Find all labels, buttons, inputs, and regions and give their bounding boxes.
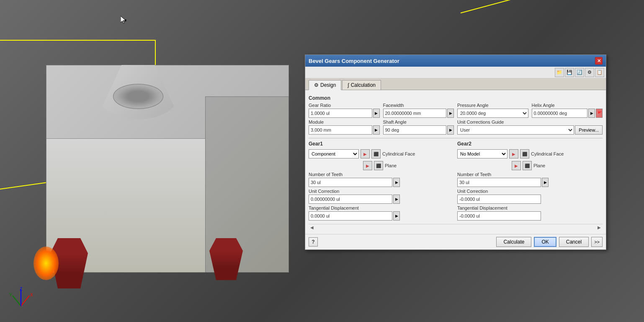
dialog-title: Bevel Gears Component Generator xyxy=(309,58,399,64)
toolbar-folder-btn[interactable]: 📁 xyxy=(555,68,564,77)
dialog-close-button[interactable]: ✕ xyxy=(595,57,603,65)
scroll-right[interactable]: ▶ xyxy=(598,225,601,230)
gear1-unit-correction-label: Unit Correction xyxy=(309,189,454,194)
helix-angle-input[interactable] xyxy=(532,109,588,118)
facewidth-label: Facewidth xyxy=(383,103,454,108)
gear-ratio-row: ▶ xyxy=(309,109,380,118)
gear1-header: Gear1 xyxy=(309,141,454,147)
gear2-teeth-row: ▶ xyxy=(457,178,603,187)
helix-angle-expand[interactable]: ▶ xyxy=(588,109,595,118)
gear1-tangential-expand[interactable]: ▶ xyxy=(393,211,400,221)
gear1-unit-correction-group: Unit Correction ▶ xyxy=(309,189,454,204)
gear1-tangential-label: Tangential Displacement xyxy=(309,205,454,210)
gear2-plane-btn-2[interactable]: ⬛ xyxy=(523,161,532,170)
unit-correction-guide-select[interactable]: User xyxy=(457,125,574,135)
cancel-button[interactable]: Cancel xyxy=(559,237,589,247)
toolbar-extra-btn[interactable]: 📋 xyxy=(595,68,604,77)
gear2-tangential-label: Tangential Displacement xyxy=(457,205,603,210)
gear1-tangential-group: Tangential Displacement ▶ xyxy=(309,205,454,221)
pressure-angle-row: 20.0000 deg xyxy=(457,109,528,118)
tab-design[interactable]: ⚙ Design xyxy=(309,80,341,90)
gear2-face-btn-1[interactable]: ▶ xyxy=(509,149,518,158)
gear1-teeth-input[interactable] xyxy=(309,178,392,187)
gear-ratio-group: Gear Ratio ▶ xyxy=(309,103,380,118)
gear2-tangential-group: Tangential Displacement xyxy=(457,205,603,221)
gear2-teeth-expand[interactable]: ▶ xyxy=(542,178,549,187)
separator-1 xyxy=(309,138,603,138)
facewidth-expand[interactable]: ▶ xyxy=(447,109,454,118)
unit-correction-guide-label: Unit Corrections Guide xyxy=(457,119,603,125)
toolbar-save-btn[interactable]: 💾 xyxy=(565,68,574,77)
gear2-unit-correction-row xyxy=(457,195,603,204)
fire-effect-1 xyxy=(33,247,59,280)
gear2-teeth-label: Number of Teeth xyxy=(457,172,603,177)
construction-line-diag1 xyxy=(461,0,582,13)
gear1-plane-btn-1[interactable]: ▶ xyxy=(363,161,372,170)
gear1-teeth-group: Number of Teeth ▶ xyxy=(309,172,454,187)
bevel-gears-dialog: Bevel Gears Component Generator ✕ 📁 💾 🔄 … xyxy=(305,55,606,250)
hole-ellipse xyxy=(113,84,163,109)
shaft-angle-input[interactable] xyxy=(383,125,447,135)
facewidth-row: ▶ xyxy=(383,109,454,118)
gear1-type-select[interactable]: Component No Model Reference xyxy=(309,149,359,158)
gear2-tangential-row xyxy=(457,211,603,221)
gear1-face-btn-2[interactable]: ⬛ xyxy=(371,149,381,158)
gear1-teeth-label: Number of Teeth xyxy=(309,172,454,177)
helix-angle-flag[interactable]: 🚩 xyxy=(596,109,603,118)
gear1-unit-correction-input[interactable] xyxy=(309,195,392,204)
gear2-unit-correction-input[interactable] xyxy=(457,195,541,204)
gear1-type-row: Component No Model Reference ▶ ⬛ Cylindr… xyxy=(309,149,454,158)
svg-text:Y: Y xyxy=(9,293,12,297)
help-button[interactable]: ? xyxy=(309,237,318,247)
design-tab-label: Design xyxy=(320,82,336,88)
pressure-angle-select[interactable]: 20.0000 deg xyxy=(457,109,528,118)
gear1-plane-row: ▶ ⬛ Plane xyxy=(363,161,454,170)
pressure-angle-label: Pressure Angle xyxy=(457,103,528,108)
gear-ratio-input[interactable] xyxy=(309,109,372,118)
module-input[interactable] xyxy=(309,125,372,135)
unit-correction-guide-row: User Preview... xyxy=(457,125,603,135)
gear1-teeth-expand[interactable]: ▶ xyxy=(393,178,400,187)
svg-line-0 xyxy=(21,296,29,306)
shaft-angle-expand[interactable]: ▶ xyxy=(447,125,454,135)
gear2-plane-btn-1[interactable]: ▶ xyxy=(512,161,521,170)
dialog-toolbar: 📁 💾 🔄 ⚙ 📋 xyxy=(305,67,606,78)
gear1-section: Gear1 Component No Model Reference ▶ ⬛ C… xyxy=(309,141,454,221)
scroll-left[interactable]: ◀ xyxy=(310,225,314,230)
common-section-label: Common xyxy=(309,95,603,101)
gear1-tangential-input[interactable] xyxy=(309,211,392,221)
gear2-unit-correction-group: Unit Correction xyxy=(457,189,603,204)
ok-button[interactable]: OK xyxy=(534,237,556,247)
gear1-face-btn-1[interactable]: ▶ xyxy=(361,149,370,158)
toolbar-settings-btn[interactable]: ⚙ xyxy=(585,68,594,77)
svg-text:X: X xyxy=(30,293,33,297)
gear1-unit-correction-expand[interactable]: ▶ xyxy=(393,195,400,204)
scroll-indicator: ◀ ▶ xyxy=(309,224,603,231)
gear2-type-select[interactable]: Component No Model Reference xyxy=(457,149,507,158)
gear2-teeth-input[interactable] xyxy=(457,178,541,187)
construction-line-h1 xyxy=(0,40,155,41)
calculate-button[interactable]: Calculate xyxy=(496,237,531,247)
facewidth-input[interactable] xyxy=(383,109,447,118)
tab-calculation[interactable]: ∫ Calculation xyxy=(342,80,381,90)
module-group: Module ▶ xyxy=(309,119,380,135)
shaft-angle-group: Shaft Angle ▶ xyxy=(383,119,454,135)
toolbar-refresh-btn[interactable]: 🔄 xyxy=(575,68,584,77)
expand-button[interactable]: >> xyxy=(591,237,603,247)
helix-angle-group: Helix Angle ▶ 🚩 xyxy=(532,103,603,118)
module-expand[interactable]: ▶ xyxy=(373,125,380,135)
facewidth-group: Facewidth ▶ xyxy=(383,103,454,118)
preview-button[interactable]: Preview... xyxy=(575,125,603,135)
gear2-face-btn-2[interactable]: ⬛ xyxy=(520,149,529,158)
dialog-titlebar: Bevel Gears Component Generator ✕ xyxy=(305,55,606,67)
shaft-angle-label: Shaft Angle xyxy=(383,119,454,125)
gear2-unit-correction-label: Unit Correction xyxy=(457,189,603,194)
gear2-tangential-input[interactable] xyxy=(457,211,541,221)
design-tab-icon: ⚙ xyxy=(314,82,319,88)
gear-ratio-expand[interactable]: ▶ xyxy=(373,109,380,118)
calc-tab-icon: ∫ xyxy=(348,82,349,88)
gear1-plane-btn-2[interactable]: ⬛ xyxy=(374,161,383,170)
dialog-content: Common Gear Ratio ▶ Facewidth ▶ Pressure… xyxy=(305,90,606,234)
gear-ratio-label: Gear Ratio xyxy=(309,103,380,108)
gear2-cylindrical-face-label: Cylindrical Face xyxy=(531,151,564,156)
